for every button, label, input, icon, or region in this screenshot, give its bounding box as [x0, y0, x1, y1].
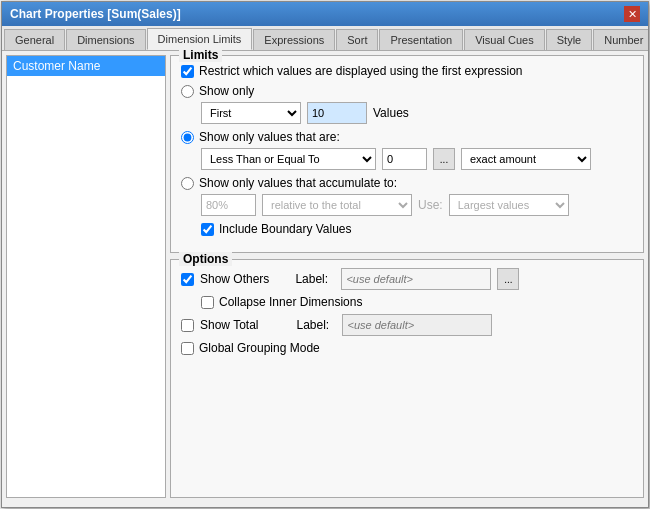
- restrict-label: Restrict which values are displayed usin…: [199, 64, 522, 78]
- show-values-are-label: Show only values that are:: [199, 130, 340, 144]
- collapse-inner-label: Collapse Inner Dimensions: [219, 295, 362, 309]
- show-others-row: Show Others Label: ...: [181, 268, 633, 290]
- tab-sort[interactable]: Sort: [336, 29, 378, 50]
- show-others-label-input[interactable]: [341, 268, 491, 290]
- collapse-inner-row: Collapse Inner Dimensions: [201, 295, 633, 309]
- largest-select[interactable]: Largest values Smallest values: [449, 194, 569, 216]
- collapse-inner-checkbox[interactable]: [201, 296, 214, 309]
- show-others-browse-button[interactable]: ...: [497, 268, 519, 290]
- show-total-label: Show Total: [200, 318, 258, 332]
- restrict-row: Restrict which values are displayed usin…: [181, 64, 633, 78]
- accumulate-pct-input[interactable]: [201, 194, 256, 216]
- show-only-controls: First Values: [201, 102, 633, 124]
- tab-presentation[interactable]: Presentation: [379, 29, 463, 50]
- condition-value-input[interactable]: [382, 148, 427, 170]
- dimension-item-customer-name[interactable]: Customer Name: [7, 56, 165, 76]
- show-accumulate-label: Show only values that accumulate to:: [199, 176, 397, 190]
- show-others-label: Show Others: [200, 272, 269, 286]
- include-boundary-label: Include Boundary Values: [219, 222, 352, 236]
- window: Chart Properties [Sum(Sales)] ✕ General …: [1, 1, 649, 508]
- window-title: Chart Properties [Sum(Sales)]: [10, 7, 181, 21]
- limits-group-label: Limits: [179, 48, 222, 62]
- close-button[interactable]: ✕: [624, 6, 640, 22]
- close-icon: ✕: [628, 8, 637, 21]
- show-values-are-radio[interactable]: [181, 131, 194, 144]
- include-boundary-checkbox[interactable]: [201, 223, 214, 236]
- tab-dimensions[interactable]: Dimensions: [66, 29, 145, 50]
- exact-amount-select[interactable]: exact amount % of max % of total: [461, 148, 591, 170]
- use-label: Use:: [418, 198, 443, 212]
- left-panel: Customer Name: [6, 55, 166, 498]
- limits-group: Limits Restrict which values are display…: [170, 55, 644, 253]
- show-total-row: Show Total Label:: [181, 314, 633, 336]
- condition-value-browse-button[interactable]: ...: [433, 148, 455, 170]
- include-boundary-row: Include Boundary Values: [201, 222, 633, 236]
- right-panel: Limits Restrict which values are display…: [170, 55, 644, 498]
- condition-select[interactable]: Less Than or Equal To Greater Than or Eq…: [201, 148, 376, 170]
- show-total-label-input[interactable]: [342, 314, 492, 336]
- values-label: Values: [373, 106, 409, 120]
- show-only-row: Show only: [181, 84, 633, 98]
- options-group: Options Show Others Label: ... Collapse …: [170, 259, 644, 498]
- options-group-label: Options: [179, 252, 232, 266]
- tab-dimension-limits[interactable]: Dimension Limits: [147, 28, 253, 50]
- restrict-checkbox[interactable]: [181, 65, 194, 78]
- show-accumulate-controls: relative to the total relative to max Us…: [201, 194, 633, 216]
- show-accumulate-radio[interactable]: [181, 177, 194, 190]
- tabs-bar: General Dimensions Dimension Limits Expr…: [2, 26, 648, 51]
- relative-select[interactable]: relative to the total relative to max: [262, 194, 412, 216]
- global-grouping-row: Global Grouping Mode: [181, 341, 633, 355]
- values-count-input[interactable]: [307, 102, 367, 124]
- tab-general[interactable]: General: [4, 29, 65, 50]
- tab-expressions[interactable]: Expressions: [253, 29, 335, 50]
- show-values-are-controls: Less Than or Equal To Greater Than or Eq…: [201, 148, 633, 170]
- title-bar: Chart Properties [Sum(Sales)] ✕: [2, 2, 648, 26]
- show-total-label-text: Label:: [296, 318, 336, 332]
- show-others-checkbox[interactable]: [181, 273, 194, 286]
- global-grouping-label: Global Grouping Mode: [199, 341, 320, 355]
- show-only-radio[interactable]: [181, 85, 194, 98]
- tab-number[interactable]: Number: [593, 29, 648, 50]
- tab-style[interactable]: Style: [546, 29, 592, 50]
- show-others-label-text: Label:: [295, 272, 335, 286]
- show-total-checkbox[interactable]: [181, 319, 194, 332]
- first-select[interactable]: First: [201, 102, 301, 124]
- global-grouping-checkbox[interactable]: [181, 342, 194, 355]
- show-only-label: Show only: [199, 84, 254, 98]
- tab-visual-cues[interactable]: Visual Cues: [464, 29, 545, 50]
- content-area: Customer Name Limits Restrict which valu…: [2, 51, 648, 502]
- show-accumulate-row: Show only values that accumulate to:: [181, 176, 633, 190]
- show-values-are-row: Show only values that are:: [181, 130, 633, 144]
